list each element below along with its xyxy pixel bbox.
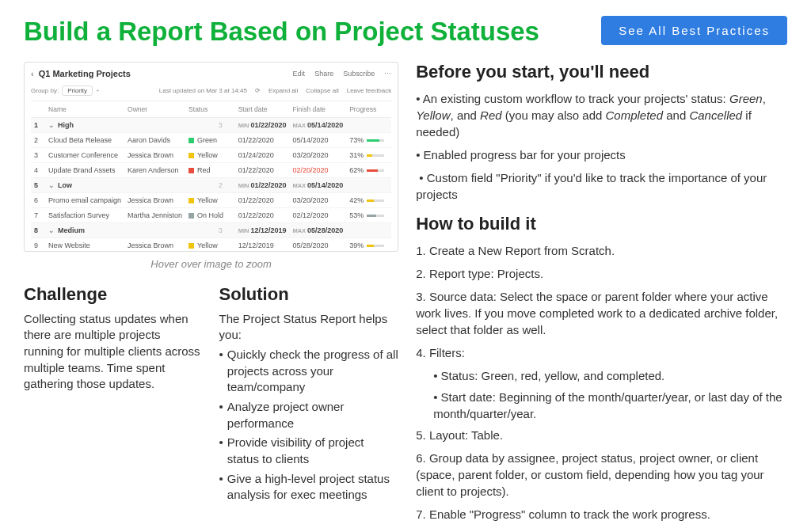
how-to-build-heading: How to build it bbox=[416, 214, 787, 234]
step-7: 7. Enable "Progress" column to track the… bbox=[416, 506, 787, 522]
ss-action-edit: Edit bbox=[293, 70, 306, 78]
before-line3: • Custom field "Priority" if you'd like … bbox=[416, 169, 787, 203]
step-1: 1. Create a New Report from Scratch. bbox=[416, 242, 787, 259]
see-all-best-practices-button[interactable]: See All Best Practices bbox=[601, 16, 787, 45]
challenge-heading: Challenge bbox=[24, 284, 204, 305]
before-line2: • Enabled progress bar for your projects bbox=[416, 146, 787, 163]
chevron-left-icon: ‹ bbox=[31, 69, 34, 78]
ss-action-share: Share bbox=[314, 70, 333, 78]
step-3: 3. Source data: Select the space or pare… bbox=[416, 288, 787, 338]
groupby-label: Group by: bbox=[31, 87, 59, 94]
solution-bullet: •Provide visibility of project status to… bbox=[219, 435, 399, 467]
substep-status: • Status: Green, red, yellow, and comple… bbox=[433, 367, 787, 384]
step-6: 6. Group data by assignee, project statu… bbox=[416, 450, 787, 500]
zoom-caption: Hover over image to zoom bbox=[24, 258, 398, 270]
solution-bullet: •Analyze project owner performance bbox=[219, 399, 399, 431]
report-table: Name Owner Status Start date Finish date… bbox=[31, 101, 391, 252]
refresh-icon: ⟳ bbox=[255, 87, 261, 94]
step-5: 5. Layout: Table. bbox=[416, 427, 787, 443]
before-you-start-heading: Before you start, you'll need bbox=[416, 62, 787, 82]
challenge-text: Collecting status updates when there are… bbox=[24, 311, 204, 393]
ss-feedback: Leave feedback bbox=[347, 87, 392, 94]
page-title: Build a Report Based on Project Statuses bbox=[24, 16, 539, 48]
substep-startdate: • Start date: Beginning of the month/qua… bbox=[433, 389, 787, 422]
screenshot-title: Q1 Marketing Projects bbox=[39, 69, 131, 78]
ss-collapse: Collapse all bbox=[306, 87, 338, 94]
plus-icon: + bbox=[96, 87, 100, 94]
solution-heading: Solution bbox=[219, 284, 399, 305]
more-icon: ⋯ bbox=[384, 70, 391, 78]
last-updated: Last updated on Mar 3 at 14:45 bbox=[159, 87, 247, 94]
groupby-value: Priority bbox=[62, 86, 93, 96]
ss-expand: Expand all bbox=[268, 87, 298, 94]
report-screenshot[interactable]: ‹ Q1 Marketing Projects Edit Share Subsc… bbox=[24, 62, 398, 252]
solution-bullet: •Give a high-level project status analys… bbox=[219, 471, 399, 504]
step-2: 2. Report type: Projects. bbox=[416, 265, 787, 282]
before-line1: • An existing custom workflow to track y… bbox=[416, 90, 787, 140]
solution-bullet: •Quickly check the progress of all proje… bbox=[219, 347, 399, 396]
step-8: 8. Schedule report reminders so you get … bbox=[416, 529, 787, 532]
step-4: 4. Filters: bbox=[416, 344, 787, 361]
solution-intro: The Project Status Report helps you: bbox=[219, 311, 399, 344]
ss-action-subscribe: Subscribe bbox=[343, 70, 375, 78]
